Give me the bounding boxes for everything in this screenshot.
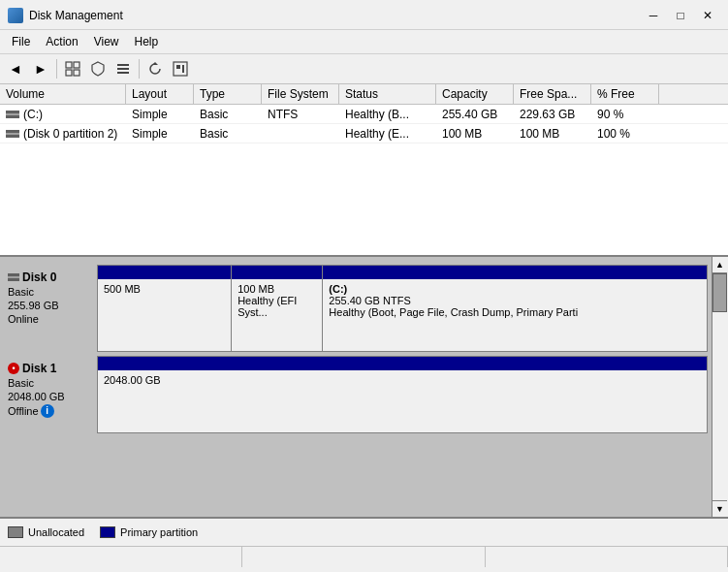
cell-freespace-0: 229.63 GB [514, 106, 591, 123]
drive-icon-1: (Disk 0 partition 2) [6, 127, 117, 141]
partition-header-0-0 [98, 266, 231, 279]
disk-name-1: • Disk 1 [8, 362, 89, 375]
scroll-thumb-area[interactable] [712, 273, 728, 500]
partition-size-0-0: 500 MB [104, 283, 225, 295]
svg-rect-5 [117, 68, 129, 70]
column-header-freespace[interactable]: Free Spa... [514, 84, 591, 104]
svg-rect-4 [117, 64, 129, 66]
shield-icon [90, 61, 106, 77]
disk-name-0: Disk 0 [8, 270, 89, 284]
scrollbar-track[interactable]: ▲ ▼ [712, 257, 728, 517]
disk-size-1: 2048.00 GB [8, 391, 89, 402]
column-header-type[interactable]: Type [194, 84, 262, 104]
column-header-capacity[interactable]: Capacity [436, 84, 514, 104]
cell-percentfree-1: 100 % [591, 125, 659, 143]
legend-label-unallocated: Unallocated [28, 526, 84, 538]
back-button[interactable]: ◄ [4, 57, 27, 80]
partition-1-0[interactable]: 2048.00 GB [98, 357, 707, 432]
disk-status-1: Offline i [8, 404, 89, 418]
toolbar-btn-6[interactable] [143, 57, 167, 80]
column-header-layout[interactable]: Layout [126, 84, 194, 104]
drive-stripe [6, 130, 19, 138]
table-row[interactable]: (C:) Simple Basic NTFS Healthy (B... 255… [0, 105, 728, 124]
partition-0-2[interactable]: (C:) 255.40 GB NTFS Healthy (Boot, Page … [323, 266, 707, 351]
disk-list: Disk 0 Basic 255.98 GB Online 500 MB [0, 257, 712, 517]
status-segment-1 [0, 547, 242, 567]
cell-capacity-1: 100 MB [436, 125, 514, 143]
cell-type-1: Basic [194, 125, 262, 143]
toolbar: ◄ ► [0, 54, 728, 84]
toolbar-btn-7[interactable] [169, 57, 192, 80]
legend-primary: Primary partition [100, 526, 198, 538]
disk-graphical-area: Disk 0 Basic 255.98 GB Online 500 MB [0, 257, 728, 517]
cell-type-0: Basic [194, 106, 262, 123]
minimize-button[interactable]: ─ [641, 6, 666, 25]
window-title: Disk Management [29, 9, 123, 22]
cell-capacity-0: 255.40 GB [436, 106, 514, 123]
cell-status-0: Healthy (B... [339, 106, 436, 123]
cell-filesystem-0: NTFS [262, 106, 339, 123]
partition-detail-0-2: Healthy (Boot, Page File, Crash Dump, Pr… [329, 306, 701, 318]
disk-partitions-0: 500 MB 100 MB Healthy (EFI Syst... (C:) … [97, 265, 708, 352]
menu-help[interactable]: Help [127, 32, 167, 51]
legend-unallocated: Unallocated [8, 526, 84, 538]
menu-bar: File Action View Help [0, 30, 728, 54]
list-icon [115, 61, 131, 77]
status-segment-3 [486, 547, 728, 567]
toolbar-btn-3[interactable] [61, 57, 84, 80]
close-button[interactable]: ✕ [695, 6, 720, 25]
partition-size-0-2: 255.40 GB NTFS [329, 295, 701, 306]
legend-label-primary: Primary partition [120, 526, 198, 538]
svg-rect-2 [66, 70, 72, 76]
status-segment-2 [242, 547, 485, 567]
toolbar-btn-4[interactable] [86, 57, 110, 80]
partition-0-0[interactable]: 500 MB [98, 266, 232, 351]
cell-volume-1: (Disk 0 partition 2) [0, 125, 126, 143]
app-icon [8, 8, 23, 23]
column-header-filesystem[interactable]: File System [262, 84, 339, 104]
partition-header-0-1 [232, 266, 322, 279]
menu-action[interactable]: Action [38, 32, 85, 51]
main-area: Volume Layout Type File System Status Ca… [0, 84, 728, 567]
maximize-button[interactable]: □ [668, 6, 693, 25]
disk-type-1: Basic [8, 377, 89, 389]
disk-label-0: Disk 0 Basic 255.98 GB Online [0, 265, 97, 352]
disk-stripe-icon [8, 273, 19, 281]
status-bar [0, 546, 728, 567]
column-header-percentfree[interactable]: % Free [591, 84, 659, 104]
svg-rect-0 [66, 62, 72, 68]
scroll-down-button[interactable]: ▼ [712, 500, 727, 517]
table-header: Volume Layout Type File System Status Ca… [0, 84, 728, 105]
menu-view[interactable]: View [86, 32, 127, 51]
partition-size-0-1: 100 MB [237, 283, 316, 295]
partition-header-0-2 [323, 266, 707, 279]
table-row[interactable]: (Disk 0 partition 2) Simple Basic Health… [0, 124, 728, 143]
forward-button[interactable]: ► [29, 57, 52, 80]
toolbar-separator-1 [56, 59, 57, 79]
offline-icon: • [8, 363, 19, 374]
legend-bar: Unallocated Primary partition [0, 517, 728, 546]
column-header-volume[interactable]: Volume [0, 84, 126, 104]
toolbar-btn-5[interactable] [111, 57, 135, 80]
disk-type-0: Basic [8, 286, 89, 298]
title-bar-left: Disk Management [8, 8, 123, 23]
cell-percentfree-0: 90 % [591, 106, 659, 123]
svg-rect-3 [74, 70, 79, 76]
partition-header-1-0 [98, 357, 707, 370]
disk-table: Volume Layout Type File System Status Ca… [0, 84, 728, 257]
column-header-status[interactable]: Status [339, 84, 436, 104]
drive-stripe [6, 111, 19, 118]
partition-label-0-2: (C:) [329, 283, 701, 295]
partition-size-1-0: 2048.00 GB [104, 374, 701, 386]
scroll-thumb[interactable] [712, 273, 727, 312]
svg-rect-6 [117, 72, 129, 74]
disk-row-1: • Disk 1 Basic 2048.00 GB Offline i 2048… [0, 356, 712, 433]
scroll-up-button[interactable]: ▲ [712, 257, 727, 273]
menu-file[interactable]: File [4, 32, 38, 51]
partition-0-1[interactable]: 100 MB Healthy (EFI Syst... [232, 266, 323, 351]
disk-name-text-0: Disk 0 [22, 270, 56, 284]
cell-layout-0: Simple [126, 106, 194, 123]
cell-layout-1: Simple [126, 125, 194, 143]
cell-filesystem-1 [262, 132, 339, 136]
drive-icon-0: (C:) [6, 108, 43, 121]
